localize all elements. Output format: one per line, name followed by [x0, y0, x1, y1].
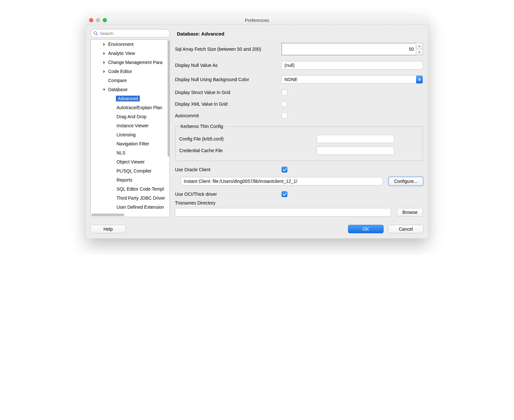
autocommit-row: Autocommit	[175, 113, 423, 119]
chevron-down-icon	[102, 88, 106, 91]
tree-item-label: Analytic View	[108, 50, 136, 56]
kerberos-config-label: Config File (krb5.conf)	[179, 136, 312, 142]
tree-item[interactable]: SQL Editor Code Templ	[91, 184, 168, 194]
tree-item[interactable]: Code Editor	[91, 67, 168, 76]
window-controls	[89, 18, 107, 22]
content-area: EnvironmentAnalytic ViewChange Managemen…	[86, 25, 428, 222]
tree-item[interactable]: Instance Viewer	[91, 121, 168, 130]
tree-item-label: Change Management Para	[108, 59, 163, 65]
category-tree: EnvironmentAnalytic ViewChange Managemen…	[90, 39, 170, 217]
tree-item[interactable]: Advanced	[91, 94, 168, 103]
use-oci-row: Use OCI/Thick driver	[175, 191, 423, 197]
tree-item-label: Third Party JDBC Driver	[116, 195, 166, 201]
null-bg-select[interactable]: NONE	[282, 75, 423, 84]
kerberos-legend: Kerberos Thin Config	[179, 124, 224, 129]
tree-item[interactable]: Reports	[91, 175, 168, 184]
tree-item[interactable]: Database	[91, 85, 168, 94]
search-field[interactable]	[90, 29, 170, 37]
struct-label: Display Struct Value In Grid	[175, 90, 277, 95]
browse-button[interactable]: Browse	[397, 208, 423, 216]
kerberos-config-row: Config File (krb5.conf)	[179, 135, 419, 143]
svg-marker-2	[103, 43, 105, 46]
tree-item-label: SQL Editor Code Templ	[116, 186, 164, 192]
struct-checkbox[interactable]	[282, 89, 287, 95]
spinner-down-icon[interactable]: ▼	[416, 49, 423, 55]
close-icon[interactable]	[89, 18, 93, 22]
settings-form: Sql Array Fetch Size (between 50 and 200…	[174, 39, 424, 217]
kerberos-cred-input[interactable]	[317, 146, 394, 155]
tree-item[interactable]: Change Management Para	[91, 58, 168, 67]
tree-item[interactable]: Object Viewer	[91, 157, 168, 166]
tree-item-label: Navigation Filter	[116, 141, 150, 147]
tree-item-label: Reports	[116, 177, 133, 183]
tnsnames-input[interactable]	[175, 208, 391, 216]
tree-item[interactable]: Navigation Filter	[91, 139, 168, 148]
oracle-client-input[interactable]	[181, 177, 383, 185]
zoom-icon[interactable]	[103, 18, 107, 22]
use-oracle-label: Use Oracle Client	[175, 167, 277, 172]
search-input[interactable]	[100, 31, 167, 36]
use-oracle-checkbox[interactable]	[282, 167, 287, 173]
cancel-button[interactable]: Cancel	[388, 225, 424, 233]
preferences-window: Preferences EnvironmentAnalytic ViewChan…	[86, 16, 428, 238]
autocommit-checkbox[interactable]	[282, 113, 287, 119]
use-oci-checkbox[interactable]	[282, 191, 287, 197]
kerberos-config-input[interactable]	[317, 135, 394, 143]
tree-item[interactable]: Licensing	[91, 130, 168, 139]
xml-checkbox[interactable]	[282, 101, 287, 107]
help-button[interactable]: Help	[90, 225, 126, 233]
null-bg-row: Display Null Using Background Color NONE	[175, 75, 423, 84]
tree-item[interactable]: Drag And Drop	[91, 112, 168, 121]
tree-item[interactable]: Utilities	[91, 212, 168, 213]
minimize-icon[interactable]	[96, 18, 100, 22]
tree-item-label: PL/SQL Compiler	[116, 168, 152, 174]
chevron-right-icon	[102, 70, 106, 73]
tnsnames-row: Tnsnames Directory Browse	[175, 200, 423, 216]
settings-panel: Database: Advanced Sql Array Fetch Size …	[174, 29, 424, 217]
xml-label: Display XML Value In Grid	[175, 101, 277, 107]
horizontal-scrollbar[interactable]	[91, 214, 124, 216]
search-icon	[93, 31, 98, 36]
fetch-size-input[interactable]	[282, 43, 416, 55]
svg-marker-4	[103, 61, 105, 64]
null-bg-value: NONE	[282, 77, 297, 82]
tree-item[interactable]: User Defined Extension	[91, 203, 168, 212]
tree-item-label: Code Editor	[108, 68, 133, 74]
struct-row: Display Struct Value In Grid	[175, 89, 423, 95]
oracle-client-row: Configure...	[175, 177, 423, 185]
fetch-size-row: Sql Array Fetch Size (between 50 and 200…	[175, 43, 423, 55]
tree-item-label: Compare	[108, 78, 128, 83]
tree-item[interactable]: PL/SQL Compiler	[91, 166, 168, 175]
tree-item[interactable]: Environment	[91, 40, 168, 49]
use-oracle-row: Use Oracle Client	[175, 167, 423, 173]
tree-item[interactable]: Compare	[91, 76, 168, 85]
tree-item-label: Licensing	[116, 132, 136, 138]
tree-item[interactable]: Autotrace/Explain Plan	[91, 103, 168, 112]
tree-item-label: NLS	[116, 150, 126, 156]
kerberos-cred-label: Credential Cache File	[179, 148, 312, 153]
kerberos-group: Kerberos Thin Config Config File (krb5.c…	[175, 124, 423, 161]
tree-item-label: Autotrace/Explain Plan	[116, 105, 163, 110]
vertical-scrollbar[interactable]	[168, 40, 170, 157]
ok-button[interactable]: OK	[348, 225, 384, 233]
null-value-input[interactable]	[282, 61, 423, 69]
svg-point-0	[94, 31, 97, 34]
tree-item-label: Object Viewer	[116, 159, 145, 165]
tree-item-label: Drag And Drop	[116, 114, 147, 120]
svg-marker-5	[103, 70, 105, 73]
titlebar: Preferences	[86, 16, 428, 25]
xml-row: Display XML Value In Grid	[175, 101, 423, 107]
chevron-right-icon	[102, 61, 106, 64]
tree-item-label: User Defined Extension	[116, 204, 165, 210]
tnsnames-label: Tnsnames Directory	[175, 200, 423, 205]
panel-title: Database: Advanced	[174, 29, 424, 39]
configure-button[interactable]: Configure...	[389, 177, 423, 185]
tree-item[interactable]: Third Party JDBC Driver	[91, 194, 168, 203]
tree-item[interactable]: Analytic View	[91, 49, 168, 58]
fetch-size-spinner: ▲ ▼	[282, 43, 423, 55]
tree-item-label: Environment	[108, 41, 134, 47]
tree-item[interactable]: NLS	[91, 148, 168, 157]
null-bg-label: Display Null Using Background Color	[175, 77, 277, 82]
tree-item-label: Advanced	[116, 96, 140, 101]
spinner-up-icon[interactable]: ▲	[416, 43, 423, 49]
